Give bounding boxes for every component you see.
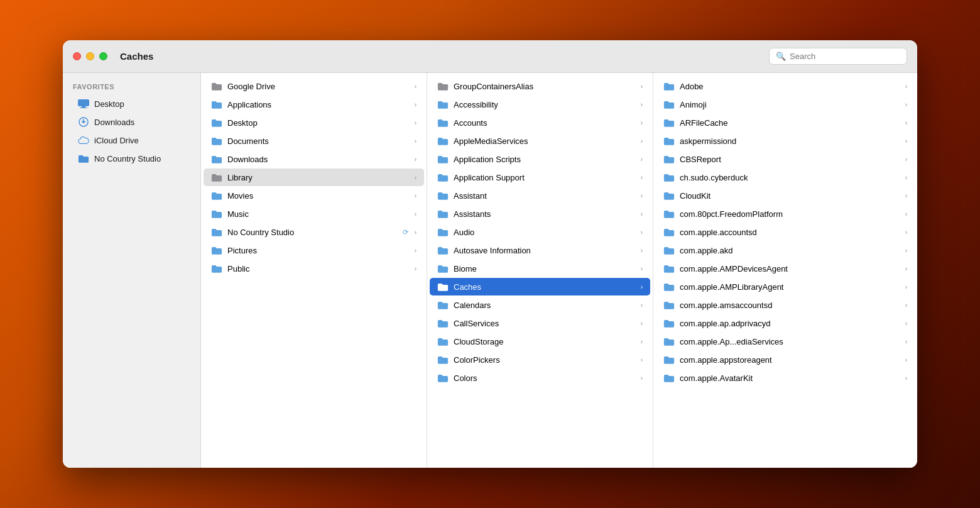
list-item-caches[interactable]: Caches › (430, 278, 650, 295)
list-item[interactable]: com.apple.akd › (656, 241, 915, 259)
list-item[interactable]: GroupContainersAlias › (430, 77, 650, 95)
list-item[interactable]: com.apple.Ap...ediaServices › (656, 333, 915, 350)
folder-name: Public (227, 264, 410, 273)
folder-name: Movies (227, 191, 410, 201)
folder-icon (663, 354, 675, 365)
list-item[interactable]: Documents › (204, 132, 424, 150)
list-item[interactable]: Applications › (204, 96, 424, 113)
list-item[interactable]: CloudStorage › (430, 333, 650, 350)
sync-icon: ⟳ (403, 228, 408, 236)
list-item[interactable]: com.apple.amsaccountsd › (656, 296, 915, 314)
close-button[interactable] (73, 52, 81, 60)
list-item[interactable]: Animoji › (656, 96, 915, 113)
list-item[interactable]: CBSReport › (656, 150, 915, 168)
list-item[interactable]: Desktop › (204, 114, 424, 131)
folder-icon (437, 318, 449, 329)
folder-name: ColorPickers (454, 355, 636, 365)
list-item[interactable]: Music › (204, 205, 424, 223)
folder-name: Adobe (680, 82, 900, 91)
list-item[interactable]: Colors › (430, 369, 650, 387)
list-item[interactable]: com.apple.accountsd › (656, 223, 915, 241)
chevron-icon: › (641, 265, 643, 272)
sidebar: Favorites Desktop (63, 73, 201, 468)
folder-icon (663, 172, 675, 183)
folder-name: GroupContainersAlias (454, 82, 636, 91)
chevron-icon: › (415, 265, 416, 272)
list-item[interactable]: AppleMediaServices › (430, 132, 650, 150)
folder-icon (663, 135, 675, 146)
sidebar-item-downloads[interactable]: Downloads (68, 113, 195, 131)
list-item[interactable]: ch.sudo.cyberduck › (656, 168, 915, 186)
list-item[interactable]: CloudKit › (656, 187, 915, 204)
list-item[interactable]: Assistants › (430, 205, 650, 223)
folder-name: Biome (454, 264, 636, 273)
list-item[interactable]: No Country Studio ⟳ › (204, 223, 424, 241)
folder-icon (211, 117, 222, 128)
list-item[interactable]: Downloads › (204, 150, 424, 168)
list-item[interactable]: Application Support › (430, 168, 650, 186)
folder-icon (211, 245, 222, 256)
list-item[interactable]: com.apple.appstoreagent › (656, 351, 915, 368)
chevron-icon: › (905, 284, 907, 290)
list-item[interactable]: ColorPickers › (430, 351, 650, 368)
list-item[interactable]: Accessibility › (430, 96, 650, 113)
folder-icon (663, 245, 675, 256)
list-item[interactable]: com.80pct.FreedomPlatform › (656, 205, 915, 223)
chevron-icon: › (905, 302, 907, 309)
folder-name: ch.sudo.cyberduck (680, 173, 900, 182)
list-item[interactable]: Movies › (204, 187, 424, 204)
list-item[interactable]: com.apple.ap.adprivacyd › (656, 314, 915, 332)
chevron-icon: › (415, 119, 416, 126)
list-item[interactable]: Accounts › (430, 114, 650, 131)
minimize-button[interactable] (86, 52, 94, 60)
search-input[interactable] (790, 52, 900, 61)
folder-name: Music (227, 209, 410, 219)
folder-icon (663, 226, 675, 238)
chevron-icon: › (415, 156, 416, 163)
list-item[interactable]: askpermissiond › (656, 132, 915, 150)
traffic-lights (73, 52, 107, 60)
list-item[interactable]: Audio › (430, 223, 650, 241)
list-item[interactable]: CallServices › (430, 314, 650, 332)
chevron-icon: › (641, 101, 643, 108)
list-item[interactable]: Assistant › (430, 187, 650, 204)
list-item[interactable]: Biome › (430, 260, 650, 277)
sidebar-item-desktop[interactable]: Desktop (68, 95, 195, 113)
folder-icon (437, 281, 449, 292)
list-item[interactable]: ARFileCache › (656, 114, 915, 131)
chevron-icon: › (641, 156, 643, 163)
chevron-icon: › (641, 192, 643, 199)
desktop-icon (78, 98, 89, 109)
folder-icon (437, 226, 449, 238)
list-item[interactable]: Pictures › (204, 241, 424, 259)
list-item[interactable]: Adobe › (656, 77, 915, 95)
folder-icon (211, 153, 222, 165)
list-item[interactable]: Calendars › (430, 296, 650, 314)
folder-icon (211, 135, 222, 146)
list-item[interactable]: com.apple.AMPDevicesAgent › (656, 260, 915, 277)
titlebar: Caches 🔍 (63, 40, 917, 73)
folder-icon (663, 190, 675, 201)
folder-icon (211, 80, 222, 92)
studio-folder-icon (78, 153, 89, 164)
folder-icon (437, 172, 449, 183)
list-item[interactable]: com.apple.AvatarKit › (656, 369, 915, 387)
search-bar[interactable]: 🔍 (769, 48, 907, 65)
folder-name: No Country Studio (227, 228, 398, 237)
folder-icon (211, 190, 222, 201)
list-item[interactable]: Public › (204, 260, 424, 277)
chevron-icon: › (641, 302, 643, 309)
chevron-icon: › (905, 247, 907, 254)
maximize-button[interactable] (99, 52, 107, 60)
window-title: Caches (120, 51, 769, 62)
list-item[interactable]: Google Drive › (204, 77, 424, 95)
list-item[interactable]: Library › (204, 168, 424, 186)
folder-name: Animoji (680, 100, 900, 109)
sidebar-item-no-country-studio[interactable]: No Country Studio (68, 150, 195, 167)
sidebar-item-icloud[interactable]: iCloud Drive (68, 131, 195, 149)
list-item[interactable]: Autosave Information › (430, 241, 650, 259)
folder-icon (437, 190, 449, 201)
list-item[interactable]: com.apple.AMPLibraryAgent › (656, 278, 915, 295)
chevron-icon: › (641, 247, 643, 254)
list-item[interactable]: Application Scripts › (430, 150, 650, 168)
